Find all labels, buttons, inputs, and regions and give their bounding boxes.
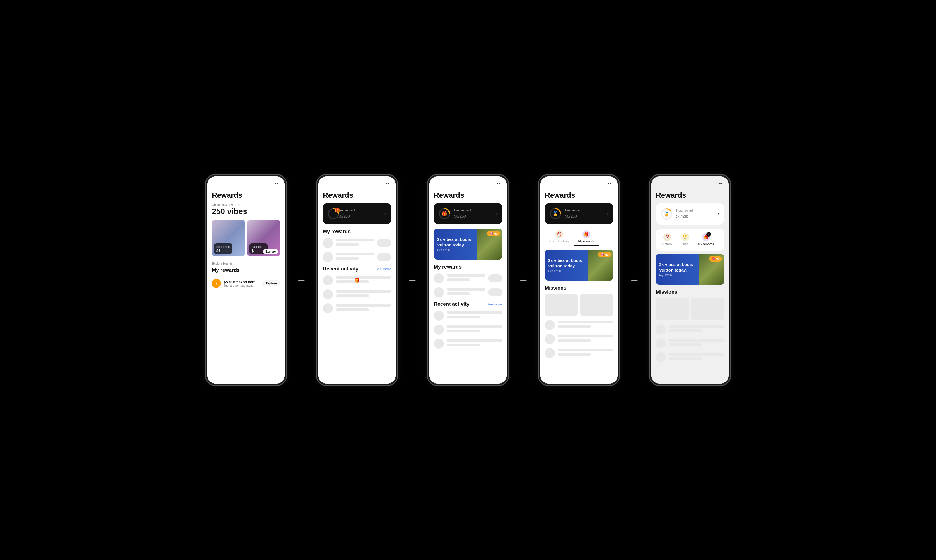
phone-frame-4: ← ☷ Rewards 🏅 Next reward 50/250 bbox=[540, 176, 618, 384]
next-reward-card-4[interactable]: 🏅 Next reward 50/250 › bbox=[545, 203, 613, 224]
lv-title-5: 2x vibes at Louis Vuitton today. bbox=[659, 262, 695, 273]
back-icon-5[interactable]: ← bbox=[656, 181, 664, 189]
arrow-3: → bbox=[518, 274, 529, 286]
tab-icon-tier-5: 🏆 bbox=[681, 233, 689, 241]
menu-icon-5[interactable]: ☷ bbox=[716, 181, 724, 189]
back-icon-4[interactable]: ← bbox=[545, 181, 553, 189]
gift-card-2[interactable]: GIFT CARD $ Explore bbox=[247, 220, 280, 256]
page-title-5: Rewards bbox=[651, 191, 729, 203]
lv-exp-4: Exp 12/30 bbox=[548, 270, 584, 273]
arrow-1: → bbox=[296, 274, 307, 286]
reward-item-amazon[interactable]: a $5 at Amazon.com Just a purchase away … bbox=[207, 277, 285, 290]
gift-card-1[interactable]: GIFT CARD $5 bbox=[212, 220, 245, 256]
tab-my-rewards-4[interactable]: 🎁 My rewards bbox=[574, 229, 599, 246]
next-reward-label-4: Next reward bbox=[565, 209, 604, 212]
skel-line-1b bbox=[336, 243, 359, 246]
see-more-link-3[interactable]: See more bbox=[486, 302, 502, 306]
lv-banner-3[interactable]: 2x vibes at Louis Vuitton today. Exp 12/… bbox=[434, 229, 502, 260]
missions-skeleton-list-5 bbox=[651, 324, 729, 362]
act-skel-line-1a bbox=[336, 276, 391, 278]
menu-icon-2[interactable]: ☷ bbox=[383, 181, 391, 189]
recent-activity-skeleton-3 bbox=[429, 311, 507, 349]
menu-icon-1[interactable]: ☷ bbox=[272, 181, 280, 189]
page-title-3: Rewards bbox=[429, 191, 507, 203]
top-nav-4: ← ☷ bbox=[540, 176, 618, 191]
lv-banner-text-5: 2x vibes at Louis Vuitton today. Exp 12/… bbox=[656, 258, 699, 280]
next-reward-val-4: 50/250 bbox=[565, 212, 604, 219]
skel-row-3b bbox=[434, 287, 502, 297]
tab-activity-5[interactable]: ⏰ Activity bbox=[658, 232, 677, 248]
missions-skeleton-list-4 bbox=[540, 320, 618, 358]
chevron-right-2: › bbox=[385, 211, 387, 217]
tab-recent-activity-4[interactable]: ⏰ Recent activity bbox=[545, 229, 574, 246]
top-nav-1: ← ☷ bbox=[207, 176, 285, 191]
screen1-content: ← ☷ Rewards Unlock this reward in 250 vi… bbox=[207, 176, 285, 384]
page-title-2: Rewards bbox=[318, 191, 396, 203]
lv-banner-5[interactable]: 2x vibes at Louis Vuitton today. Exp 12/… bbox=[656, 254, 724, 285]
menu-icon-4[interactable]: ☷ bbox=[605, 181, 613, 189]
act-skel-lines-3 bbox=[336, 304, 391, 313]
tab-tier-5[interactable]: 🏆 Tier bbox=[677, 232, 694, 248]
next-reward-label-3: Next reward bbox=[454, 209, 493, 212]
missions-grid-5 bbox=[651, 298, 729, 320]
back-icon-2[interactable]: ← bbox=[323, 181, 331, 189]
skel-lines-1 bbox=[336, 238, 375, 248]
next-reward-val-3: 50/250 bbox=[454, 212, 493, 219]
screens-container: ← ☷ Rewards Unlock this reward in 250 vi… bbox=[207, 176, 729, 384]
reward-info: $5 at Amazon.com Just a purchase away bbox=[224, 280, 259, 287]
progress-ring-4: 🏅 bbox=[549, 208, 561, 220]
next-reward-card-2[interactable]: 🎁 🎁 Next reward 50/250 › bbox=[323, 203, 391, 224]
explore-brands-link[interactable]: Explore brands bbox=[207, 261, 285, 268]
skel-line-1a bbox=[336, 238, 375, 242]
act-skel-line-2b bbox=[336, 294, 369, 297]
lv-vibes-badge-3: 🎯 x2 bbox=[487, 231, 500, 236]
screen2-content: ← ☷ Rewards 🎁 🎁 Next reward bbox=[318, 176, 396, 384]
act-skel-circle-2 bbox=[323, 289, 333, 299]
lv-vibes-badge-4: 🎯 x2 bbox=[598, 252, 611, 257]
missions-title-4: Missions bbox=[540, 285, 618, 291]
progress-ring-3: 🎁 bbox=[438, 208, 450, 220]
skel-row-3a bbox=[434, 273, 502, 283]
phone-frame-5: ← ☷ Rewards 🏅 Next reward 50/500 bbox=[651, 176, 729, 384]
vibes-amount: 250 vibes bbox=[207, 207, 285, 216]
explore-button-reward[interactable]: Explore bbox=[262, 280, 280, 286]
page-title-1: Rewards bbox=[207, 191, 285, 203]
reward-name: $5 at Amazon.com bbox=[224, 280, 259, 284]
explore-button-card2[interactable]: Explore bbox=[263, 249, 278, 254]
lv-banner-4[interactable]: 2x vibes at Louis Vuitton today. Exp 12/… bbox=[545, 250, 613, 280]
back-icon-3[interactable]: ← bbox=[434, 181, 442, 189]
menu-icon-3[interactable]: ☷ bbox=[494, 181, 502, 189]
skel-pill-1 bbox=[377, 239, 391, 247]
skel-c-3a bbox=[434, 273, 444, 283]
next-reward-label-5: Next reward bbox=[676, 209, 714, 212]
next-reward-info-5: Next reward 50/500 bbox=[676, 209, 714, 219]
act-skel-lines-1 bbox=[336, 276, 391, 285]
skel-row-2 bbox=[323, 252, 391, 262]
next-reward-card-5[interactable]: 🏅 Next reward 50/500 › bbox=[656, 203, 724, 225]
chevron-right-5: › bbox=[718, 211, 719, 217]
see-more-link-2[interactable]: See more bbox=[376, 267, 391, 271]
back-icon-1[interactable]: ← bbox=[212, 181, 220, 189]
phone-frame-1: ← ☷ Rewards Unlock this reward in 250 vi… bbox=[207, 176, 285, 384]
skel-pill-2 bbox=[377, 253, 391, 261]
top-nav-2: ← ☷ bbox=[318, 176, 396, 191]
reward-sub: Just a purchase away bbox=[224, 284, 259, 287]
skel-line-2b bbox=[336, 257, 359, 260]
recent-activity-title-2: Recent activity bbox=[323, 266, 358, 272]
next-reward-card-3[interactable]: 🎁 Next reward 50/250 › bbox=[434, 203, 502, 224]
mission-skel-5a bbox=[656, 298, 689, 320]
lv-title-3: 2x vibes at Louis Vuitton today. bbox=[437, 237, 473, 248]
amazon-logo: a bbox=[212, 279, 221, 288]
next-reward-val-5: 50/500 bbox=[676, 213, 714, 219]
tab-my-rewards-5[interactable]: 🎁 2 My rewards bbox=[694, 232, 719, 248]
phone-frame-3: ← ☷ Rewards 🎁 Next reward 50/250 bbox=[429, 176, 507, 384]
next-reward-info-3: Next reward 50/250 bbox=[454, 209, 493, 219]
my-rewards-skeleton-2 bbox=[318, 238, 396, 262]
lv-banner-text-3: 2x vibes at Louis Vuitton today. Exp 12/… bbox=[434, 233, 477, 255]
mission-skel-5b bbox=[691, 298, 724, 320]
my-rewards-title-1: My rewards bbox=[207, 268, 285, 273]
next-reward-label-2: Next reward bbox=[338, 209, 382, 212]
lv-banner-text-4: 2x vibes at Louis Vuitton today. Exp 12/… bbox=[545, 254, 588, 276]
chevron-right-3: › bbox=[496, 211, 498, 217]
act-skel-line-2a bbox=[336, 290, 391, 292]
